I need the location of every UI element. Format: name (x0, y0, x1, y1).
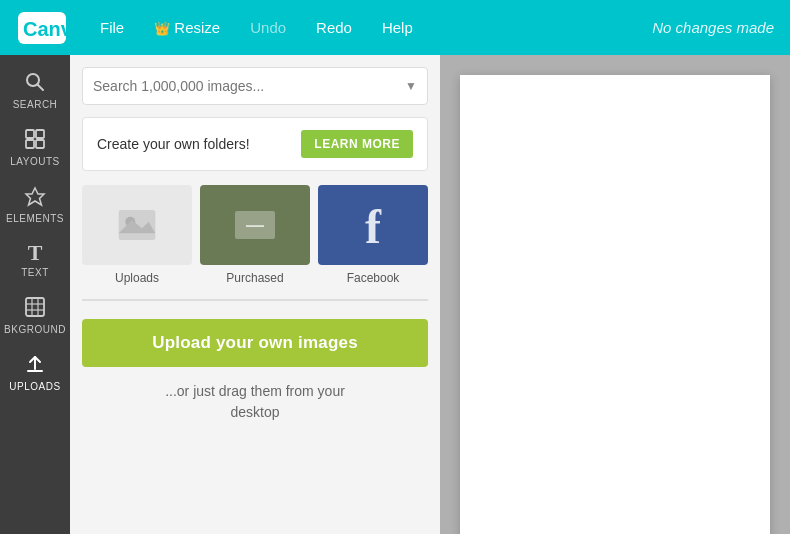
drag-drop-text: ...or just drag them from yourdesktop (82, 381, 428, 423)
facebook-tile[interactable]: f Facebook (318, 185, 428, 285)
purchased-tile-image (200, 185, 310, 265)
file-menu[interactable]: File (94, 15, 130, 40)
purchased-icon (235, 211, 275, 239)
sidebar-layouts-label: LAYOUTS (10, 156, 59, 167)
canvas-area (440, 55, 790, 534)
panel: ▼ Create your own folders! LEARN MORE Up… (70, 55, 440, 534)
elements-icon (24, 185, 46, 210)
search-icon (24, 71, 46, 96)
sidebar-text-label: TEXT (21, 267, 49, 278)
svg-rect-7 (36, 140, 44, 148)
sidebar-item-uploads[interactable]: UPLOADS (0, 343, 70, 398)
purchased-tile-label: Purchased (226, 271, 283, 285)
canva-logo[interactable]: Canva (16, 10, 68, 46)
purchased-tile[interactable]: Purchased (200, 185, 310, 285)
sidebar-bkground-label: BKGROUND (4, 324, 66, 335)
help-menu[interactable]: Help (376, 15, 419, 40)
uploads-tile-label: Uploads (115, 271, 159, 285)
uploads-tile[interactable]: Uploads (82, 185, 192, 285)
folder-banner: Create your own folders! LEARN MORE (82, 117, 428, 171)
sidebar-item-bkground[interactable]: BKGROUND (0, 286, 70, 341)
layouts-icon (24, 128, 46, 153)
dropdown-arrow-icon[interactable]: ▼ (405, 79, 417, 93)
sidebar-item-text[interactable]: T TEXT (0, 232, 70, 284)
learn-more-button[interactable]: LEARN MORE (301, 130, 413, 158)
svg-text:Canva: Canva (23, 18, 68, 40)
topbar: Canva File 👑 Resize Undo Redo Help No ch… (0, 0, 790, 55)
svg-rect-6 (26, 140, 34, 148)
sidebar: SEARCH LAYOUTS ELEMENTS T T (0, 55, 70, 534)
sidebar-uploads-label: UPLOADS (9, 381, 60, 392)
facebook-tile-label: Facebook (347, 271, 400, 285)
sidebar-item-layouts[interactable]: LAYOUTS (0, 118, 70, 173)
upload-button[interactable]: Upload your own images (82, 319, 428, 367)
panel-divider (82, 299, 428, 301)
search-input[interactable] (93, 78, 405, 94)
svg-rect-9 (26, 298, 44, 316)
canvas-page[interactable] (460, 75, 770, 534)
undo-button[interactable]: Undo (244, 15, 292, 40)
svg-rect-4 (26, 130, 34, 138)
folder-banner-text: Create your own folders! (97, 136, 250, 152)
source-tiles: Uploads Purchased f Facebook (82, 185, 428, 285)
uploads-icon (24, 353, 46, 378)
sidebar-elements-label: ELEMENTS (6, 213, 64, 224)
sidebar-search-label: SEARCH (13, 99, 58, 110)
text-icon: T (28, 242, 43, 264)
svg-line-3 (38, 85, 44, 91)
svg-rect-5 (36, 130, 44, 138)
bkground-icon (24, 296, 46, 321)
crown-icon: 👑 (154, 21, 170, 36)
uploads-tile-image (82, 185, 192, 265)
status-text: No changes made (652, 19, 774, 36)
facebook-tile-image: f (318, 185, 428, 265)
redo-button[interactable]: Redo (310, 15, 358, 40)
search-bar[interactable]: ▼ (82, 67, 428, 105)
facebook-icon: f (365, 203, 381, 251)
svg-marker-8 (26, 188, 44, 205)
sidebar-item-search[interactable]: SEARCH (0, 61, 70, 116)
sidebar-item-elements[interactable]: ELEMENTS (0, 175, 70, 230)
resize-menu[interactable]: 👑 Resize (148, 15, 226, 40)
main-area: SEARCH LAYOUTS ELEMENTS T T (0, 55, 790, 534)
